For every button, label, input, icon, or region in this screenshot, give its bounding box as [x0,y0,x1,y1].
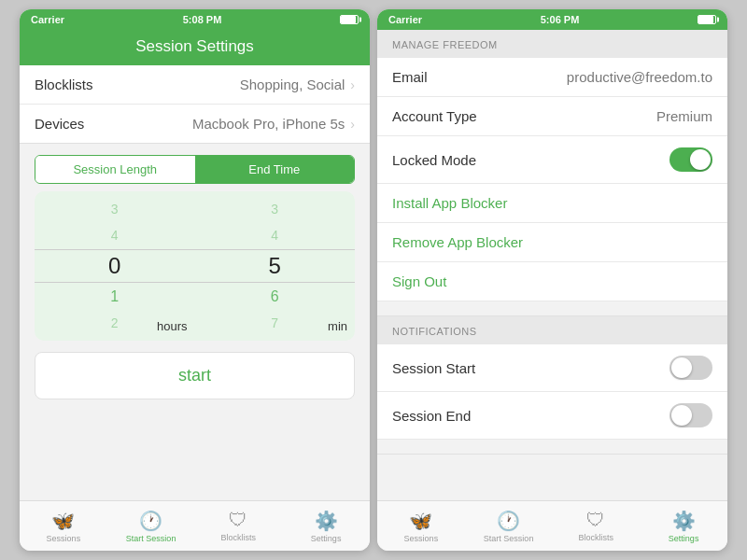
phone-settings: Carrier 5:06 PM MANAGE FREEDOM Email pro… [377,9,727,551]
settings-icon: ⚙️ [315,510,338,532]
status-bar-left: Carrier 5:08 PM [20,9,370,30]
blocklists-icon-2: 🛡 [586,510,605,531]
session-end-label: Session End [392,408,669,424]
sign-out-link[interactable]: Sign Out [392,273,446,289]
hour-item-2b: 2 [111,311,119,335]
remove-app-blocker-row[interactable]: Remove App Blocker [377,223,727,262]
blocklists-icon: 🛡 [229,510,247,531]
settings-label: Settings [311,534,342,543]
min-selected: 5 [269,249,281,283]
tab-sessions[interactable]: 🦋 Sessions [20,501,107,551]
carrier-right: Carrier [388,14,422,25]
install-app-blocker-row[interactable]: Install App Blocker [377,184,727,223]
hour-item-3: 3 [111,197,119,221]
devices-label: Devices [35,116,109,132]
settings-label-2: Settings [669,534,699,543]
devices-row[interactable]: Devices Macbook Pro, iPhone 5s › [20,105,370,143]
notifications-title: NOTIFICATIONS [392,326,477,337]
spacer-2 [377,440,727,455]
time-picker[interactable]: 2 3 4 0 1 2 3 hours 2 3 4 [35,191,355,341]
devices-value: Macbook Pro, iPhone 5s [109,116,345,132]
chevron-icon: › [350,77,355,92]
blocklists-row[interactable]: Blocklists Shopping, Social › [20,65,370,105]
tab-settings[interactable]: ⚙️ Settings [282,501,370,551]
account-type-value: Premium [656,108,712,124]
start-session-label-2: Start Session [484,534,534,543]
manage-freedom-title: MANAGE FREEDOM [392,39,498,50]
session-length-tab[interactable]: Session Length [35,156,195,183]
tab-settings-2[interactable]: ⚙️ Settings [640,501,727,551]
tab-blocklists[interactable]: 🛡 Blocklists [195,501,283,551]
time-right: 5:06 PM [541,14,580,25]
sessions-icon-2: 🦋 [409,510,432,532]
screen-header: Session Settings [20,30,370,65]
blocklists-tab-label: Blocklists [221,533,257,542]
tab-sessions-2[interactable]: 🦋 Sessions [377,501,465,551]
hours-column[interactable]: 2 3 4 0 1 2 3 hours [35,191,195,341]
notifications-section: NOTIFICATIONS [377,316,727,344]
tab-start-session-2[interactable]: 🕐 Start Session [465,501,553,551]
account-type-label: Account Type [392,108,656,124]
email-label: Email [392,69,567,85]
min-items: 2 3 4 5 6 7 8 [269,191,281,341]
min-item-2: 2 [271,191,278,195]
hours-items: 2 3 4 0 1 2 3 [108,191,120,341]
manage-freedom-section: MANAGE FREEDOM [377,30,727,58]
carrier-left: Carrier [31,14,64,25]
session-start-label: Session Start [392,360,669,376]
tab-bar-right: 🦋 Sessions 🕐 Start Session 🛡 Blocklists … [377,500,727,551]
status-right-icons [340,15,359,24]
start-session-label: Start Session [126,534,176,543]
start-session-icon: 🕐 [139,510,162,532]
end-time-tab[interactable]: End Time [195,156,355,183]
segmented-control[interactable]: Session Length End Time [35,155,355,184]
tab-bar-left: 🦋 Sessions 🕐 Start Session 🛡 Blocklists … [20,500,370,551]
account-type-row: Account Type Premium [377,97,727,136]
min-item-7: 7 [271,311,278,335]
blocklists-tab-label-2: Blocklists [579,533,614,542]
status-right-icons-2 [698,15,716,24]
settings-content: MANAGE FREEDOM Email productive@freedom.… [377,30,727,500]
battery-icon-2 [698,15,716,24]
sessions-icon: 🦋 [51,510,75,532]
min-label: min [328,319,347,333]
start-session-icon-2: 🕐 [497,510,520,532]
spacer [377,301,727,316]
session-start-knob [671,357,692,378]
hour-item-4: 4 [111,223,119,247]
install-app-blocker-link[interactable]: Install App Blocker [392,195,507,211]
min-item-6: 6 [271,285,279,309]
hour-item-3b: 3 [111,337,119,341]
battery-icon [340,15,359,24]
hour-selected: 0 [108,249,120,283]
min-item-4: 4 [271,223,278,247]
time-left: 5:08 PM [183,14,222,25]
locked-mode-row: Locked Mode [377,136,727,184]
chevron-icon-2: › [350,117,355,132]
toggle-knob [690,149,711,170]
session-end-knob [671,405,692,426]
start-button[interactable]: start [35,352,355,399]
minutes-column[interactable]: 2 3 4 5 6 7 8 min [195,191,356,341]
remove-app-blocker-link[interactable]: Remove App Blocker [392,234,523,250]
picker-inner: 2 3 4 0 1 2 3 hours 2 3 4 [35,191,355,341]
settings-list: Blocklists Shopping, Social › Devices Ma… [20,65,370,144]
hours-label: hours [157,319,188,333]
content-area: Blocklists Shopping, Social › Devices Ma… [20,65,370,500]
tab-blocklists-2[interactable]: 🛡 Blocklists [553,501,641,551]
page-title: Session Settings [20,37,370,56]
email-row: Email productive@freedom.to [377,58,727,97]
hour-item-2: 2 [111,191,119,195]
min-item-3: 3 [271,197,278,221]
session-end-row: Session End [377,392,727,440]
session-start-toggle[interactable] [669,356,712,380]
blocklists-value: Shopping, Social [109,77,345,92]
locked-mode-toggle[interactable] [669,147,712,172]
sign-out-row[interactable]: Sign Out [377,262,727,301]
blocklists-label: Blocklists [35,77,109,92]
tab-start-session[interactable]: 🕐 Start Session [107,501,195,551]
session-end-toggle[interactable] [669,403,712,427]
min-item-8: 8 [271,337,278,341]
hour-item-1: 1 [110,285,119,309]
settings-icon-2: ⚙️ [672,510,696,532]
